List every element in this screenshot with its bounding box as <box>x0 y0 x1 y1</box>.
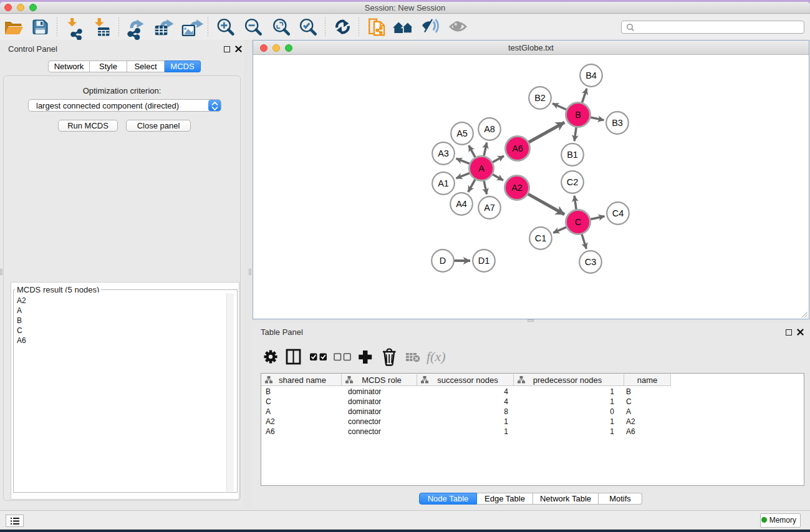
svg-text:B: B <box>575 110 581 120</box>
svg-text:B4: B4 <box>586 70 597 80</box>
svg-text:C3: C3 <box>585 257 597 267</box>
svg-text:A3: A3 <box>438 148 449 158</box>
svg-text:A6: A6 <box>512 143 523 153</box>
svg-text:B3: B3 <box>612 118 623 128</box>
svg-text:predecessor nodes: predecessor nodes <box>533 375 602 385</box>
svg-text:f(x): f(x) <box>427 349 446 364</box>
svg-text:name: name <box>637 375 658 385</box>
svg-text:C2: C2 <box>567 177 579 187</box>
svg-text:D: D <box>440 256 446 266</box>
svg-text:A4: A4 <box>456 199 467 209</box>
svg-text:shared name: shared name <box>279 375 326 385</box>
svg-text:B1: B1 <box>567 150 578 160</box>
svg-text:A8: A8 <box>484 124 495 134</box>
svg-text:C1: C1 <box>535 233 547 243</box>
svg-text:successor nodes: successor nodes <box>437 375 498 385</box>
svg-text:C4: C4 <box>612 208 624 218</box>
svg-text:A7: A7 <box>484 203 495 213</box>
svg-text:A5: A5 <box>456 128 468 138</box>
svg-text:A2: A2 <box>511 183 523 193</box>
svg-text:A: A <box>478 163 485 173</box>
svg-text:B2: B2 <box>534 93 546 103</box>
svg-text:A1: A1 <box>438 178 449 188</box>
svg-text:D1: D1 <box>478 256 490 266</box>
svg-text:C: C <box>575 217 581 227</box>
svg-text:MCDS role: MCDS role <box>362 375 402 385</box>
